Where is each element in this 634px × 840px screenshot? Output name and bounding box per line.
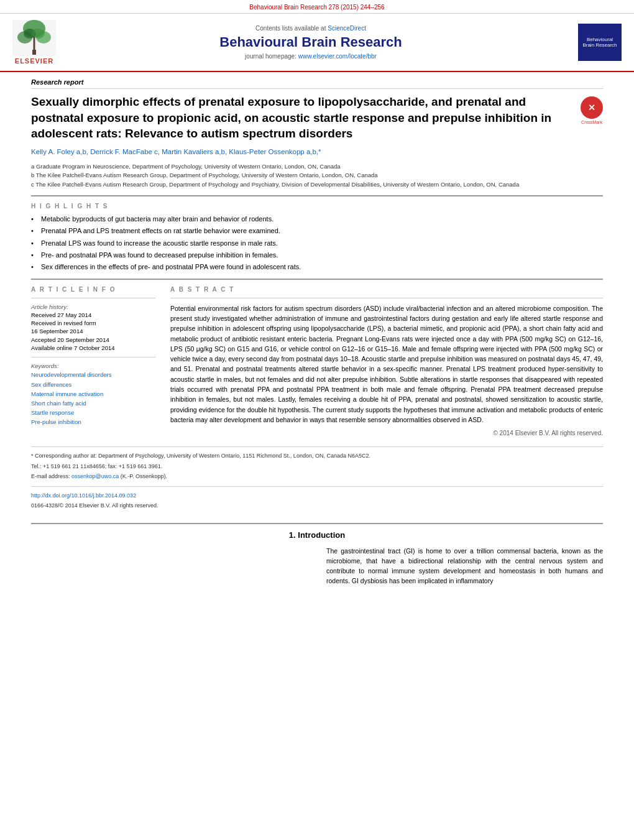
keywords-label: Keywords: — [31, 362, 155, 369]
main-content: Research report Sexually dimorphic effec… — [0, 72, 634, 599]
highlights-list: Metabolic byproducts of gut bacteria may… — [31, 213, 603, 274]
keyword-1: Neurodevelopmental disorders — [31, 370, 155, 379]
affiliation-b: b The Kilee Patchell-Evans Autism Resear… — [31, 171, 603, 180]
crossmark-label: CrossMark — [581, 120, 603, 124]
article-title-area: Sexually dimorphic effects of prenatal e… — [31, 94, 603, 142]
abstract-column: A B S T R A C T Potential environmental … — [170, 286, 603, 436]
crossmark-badge[interactable]: ✕ CrossMark — [581, 96, 603, 124]
highlights-header: H I G H L I G H T S — [31, 203, 603, 210]
keyword-5: Startle response — [31, 408, 155, 417]
keyword-6: Pre-pulse inhibition — [31, 417, 155, 427]
received-date: Received 27 May 2014 — [31, 311, 155, 319]
divider-2 — [31, 279, 603, 280]
svg-point-6 — [32, 29, 45, 39]
intro-content: The gastrointestinal tract (GI) is home … — [31, 546, 603, 586]
highlight-item-1: Metabolic byproducts of gut bacteria may… — [31, 213, 603, 225]
journal-citation-bar: Behavioural Brain Research 278 (2015) 24… — [0, 0, 634, 14]
revised-date: 16 September 2014 — [31, 327, 155, 335]
highlight-item-5: Sex differences in the effects of pre- a… — [31, 261, 603, 273]
article-history-row: Article history: Received 27 May 2014 Re… — [31, 303, 155, 352]
authors: Kelly A. Foley a,b, Derrick F. MacFabe c… — [31, 147, 603, 157]
info-divider-1 — [31, 298, 155, 298]
keywords-list: Neurodevelopmental disorders Sex differe… — [31, 370, 155, 427]
history-label: Article history: — [31, 303, 155, 310]
elsevier-label: ELSEVIER — [15, 57, 53, 65]
crossmark-icon: ✕ — [581, 96, 603, 119]
email-name: (K.-P. Ossenkopp). — [121, 473, 167, 479]
abstract-header: A B S T R A C T — [170, 286, 603, 293]
elsevier-logo: ELSEVIER — [12, 20, 56, 65]
sciencedirect-link[interactable]: Contents lists available at ScienceDirec… — [56, 25, 566, 32]
page: Behavioural Brain Research 278 (2015) 24… — [0, 0, 634, 599]
abstract-divider — [170, 298, 603, 298]
doi-line: http://dx.doi.org/10.1016/j.bbr.2014.09.… — [31, 492, 603, 501]
keyword-3: Maternal immune activation — [31, 389, 155, 399]
highlight-item-3: Prenatal LPS was found to increase the a… — [31, 238, 603, 249]
keyword-4: Short chain fatty acid — [31, 399, 155, 408]
intro-section-title: 1. Introduction — [31, 530, 603, 540]
article-info-column: A R T I C L E I N F O Article history: R… — [31, 286, 155, 436]
corresponding-author-note: * Corresponding author at: Department of… — [31, 452, 603, 461]
article-title: Sexually dimorphic effects of prenatal e… — [31, 94, 573, 142]
homepage-link[interactable]: www.elsevier.com/locate/bbr — [298, 53, 377, 60]
footnote-divider — [31, 486, 603, 487]
article-type: Research report — [31, 78, 603, 89]
affiliation-a: a Graduate Program in Neuroscience, Depa… — [31, 162, 603, 171]
journal-citation: Behavioural Brain Research 278 (2015) 24… — [249, 4, 384, 11]
accepted-date: Accepted 20 September 2014 — [31, 336, 155, 344]
online-date: Available online 7 October 2014 — [31, 344, 155, 352]
journal-title-center: Contents lists available at ScienceDirec… — [56, 25, 566, 60]
tree-graphic-icon — [12, 20, 56, 56]
highlight-item-4: Pre- and postnatal PPA was found to decr… — [31, 249, 603, 261]
divider-1 — [31, 195, 603, 196]
intro-text: The gastrointestinal tract (GI) is home … — [326, 546, 603, 586]
info-divider-2 — [31, 357, 155, 358]
journal-header: ELSEVIER Contents lists available at Sci… — [0, 14, 634, 72]
journal-homepage: journal homepage: www.elsevier.com/locat… — [56, 53, 566, 60]
affiliations: a Graduate Program in Neuroscience, Depa… — [31, 162, 603, 189]
affiliation-c: c The Kilee Patchell-Evans Autism Resear… — [31, 180, 603, 189]
intro-title: Introduction — [298, 530, 345, 540]
highlight-item-2: Prenatal PPA and LPS treatment effects o… — [31, 225, 603, 237]
two-column-layout: A R T I C L E I N F O Article history: R… — [31, 286, 603, 436]
tel-fax-note: Tel.: +1 519 661 21 11x84656; fax: +1 51… — [31, 463, 603, 471]
article-info-header: A R T I C L E I N F O — [31, 286, 155, 293]
keyword-2: Sex differences — [31, 380, 155, 389]
doi-link[interactable]: http://dx.doi.org/10.1016/j.bbr.2014.09.… — [31, 492, 136, 499]
bbr-logo: Behavioural Brain Research — [578, 24, 622, 61]
footnote-area: * Corresponding author at: Department of… — [31, 446, 603, 510]
svg-rect-7 — [32, 50, 36, 55]
email-label: E-mail address: — [31, 473, 70, 479]
journal-name: Behavioural Brain Research — [56, 34, 566, 50]
copyright-line: © 2014 Elsevier B.V. All rights reserved… — [170, 430, 603, 436]
email-note: E-mail address: ossenkop@uwo.ca (K.-P. O… — [31, 473, 603, 481]
intro-number: 1. — [289, 530, 296, 540]
revised-label: Received in revised form — [31, 319, 155, 327]
sciencedirect-anchor[interactable]: ScienceDirect — [328, 25, 366, 32]
email-link[interactable]: ossenkop@uwo.ca — [71, 473, 119, 479]
bbr-logo-area: Behavioural Brain Research — [566, 24, 622, 61]
intro-col-left — [31, 546, 308, 586]
issn-line: 0166-4328/© 2014 Elsevier B.V. All right… — [31, 502, 603, 510]
intro-col-right: The gastrointestinal tract (GI) is home … — [326, 546, 603, 586]
introduction-section: 1. Introduction The gastrointestinal tra… — [31, 523, 603, 586]
abstract-text: Potential environmental risk factors for… — [170, 303, 603, 425]
keywords-row: Keywords: Neurodevelopmental disorders S… — [31, 362, 155, 427]
